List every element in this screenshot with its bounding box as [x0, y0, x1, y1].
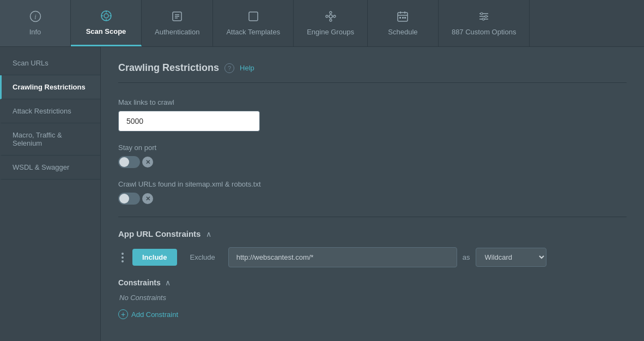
app-url-constraints-title: App URL Constraints	[118, 229, 201, 238]
exclude-button[interactable]: Exclude	[183, 249, 223, 266]
svg-rect-12	[249, 12, 258, 21]
tab-schedule-label: Schedule	[388, 28, 417, 36]
max-links-field-group: Max links to crawl	[118, 98, 627, 131]
sidebar-item-macro-traffic[interactable]: Macro, Traffic & Selenium	[0, 123, 100, 155]
tab-attack-templates-label: Attack Templates	[226, 28, 280, 36]
as-label: as	[463, 253, 470, 261]
svg-rect-22	[399, 17, 401, 19]
app-url-constraints-chevron[interactable]: ∧	[206, 230, 211, 238]
tab-attack-templates[interactable]: Attack Templates	[213, 0, 294, 46]
svg-point-28	[481, 13, 483, 15]
wildcard-select[interactable]: Wildcard Regex Exact	[476, 248, 546, 267]
engine-groups-icon	[325, 10, 337, 25]
main-layout: Scan URLs Crawling Restrictions Attack R…	[0, 47, 644, 341]
stay-on-port-group: Stay on port ✕	[118, 143, 627, 168]
app-url-constraints-header: App URL Constraints ∧	[118, 229, 627, 238]
sidebar: Scan URLs Crawling Restrictions Attack R…	[0, 47, 101, 341]
sidebar-item-scan-urls[interactable]: Scan URLs	[0, 51, 100, 75]
no-constraints-text: No Constraints	[119, 294, 627, 302]
help-link[interactable]: Help	[240, 64, 254, 72]
help-icon[interactable]: ?	[224, 63, 234, 73]
max-links-label: Max links to crawl	[118, 98, 627, 106]
toggle-knob-2	[119, 194, 129, 204]
attack-templates-icon	[247, 10, 259, 25]
max-links-input[interactable]	[118, 111, 260, 131]
custom-options-icon	[478, 10, 490, 25]
toggle-knob	[119, 157, 129, 167]
crawl-urls-group: Crawl URLs found in sitemap.xml & robots…	[118, 180, 627, 205]
tab-authentication[interactable]: Authentication	[142, 0, 213, 46]
include-button[interactable]: Include	[132, 249, 177, 266]
content-area: Crawling Restrictions ? Help Max links t…	[101, 47, 644, 341]
plus-circle-icon: +	[118, 309, 128, 319]
crawl-urls-toggle-container: ✕	[118, 193, 627, 205]
section-divider	[118, 217, 627, 217]
tab-authentication-label: Authentication	[155, 28, 199, 36]
svg-point-3	[104, 14, 108, 18]
tab-engine-groups-label: Engine Groups	[307, 28, 354, 36]
svg-text:i: i	[34, 13, 36, 21]
sidebar-item-crawling-restrictions[interactable]: Crawling Restrictions	[0, 75, 100, 99]
url-row: Include Exclude as Wildcard Regex Exact	[118, 247, 627, 267]
top-nav: i Info Scan Scope Authenti	[0, 0, 644, 47]
stay-on-port-toggle-x[interactable]: ✕	[142, 157, 153, 167]
tab-info[interactable]: i Info	[0, 0, 71, 46]
svg-point-30	[482, 18, 484, 20]
add-constraint-button[interactable]: + Add Constraint	[118, 309, 178, 319]
url-input[interactable]	[228, 247, 457, 267]
tab-schedule[interactable]: Schedule	[368, 0, 439, 46]
constraints-chevron[interactable]: ∧	[165, 278, 171, 287]
svg-rect-24	[404, 17, 406, 19]
scan-scope-icon	[100, 10, 112, 24]
stay-on-port-toggle[interactable]	[118, 156, 140, 168]
crawl-urls-label: Crawl URLs found in sitemap.xml & robots…	[118, 180, 627, 188]
constraints-sub-header: Constraints ∧	[118, 278, 627, 287]
tab-custom-options-label: 887 Custom Options	[452, 28, 517, 36]
stay-on-port-toggle-container: ✕	[118, 156, 627, 168]
crawl-urls-toggle-x[interactable]: ✕	[142, 193, 153, 204]
authentication-icon	[171, 10, 183, 25]
svg-point-13	[329, 15, 332, 18]
svg-point-14	[330, 11, 332, 14]
svg-rect-23	[402, 17, 404, 19]
add-constraint-label: Add Constraint	[131, 310, 178, 319]
svg-point-16	[326, 15, 328, 17]
section-title: Crawling Restrictions	[118, 62, 219, 74]
tab-custom-options[interactable]: 887 Custom Options	[439, 0, 530, 46]
tab-scan-scope[interactable]: Scan Scope	[71, 0, 142, 46]
tab-engine-groups[interactable]: Engine Groups	[294, 0, 368, 46]
svg-point-29	[485, 15, 487, 17]
sidebar-item-attack-restrictions[interactable]: Attack Restrictions	[0, 99, 100, 123]
svg-point-17	[333, 15, 336, 17]
schedule-icon	[397, 10, 409, 25]
tab-info-label: Info	[29, 28, 41, 36]
constraints-sub-title: Constraints	[118, 278, 161, 287]
sidebar-item-wsdl-swagger[interactable]: WSDL & Swagger	[0, 155, 100, 180]
tab-scan-scope-label: Scan Scope	[86, 27, 126, 35]
section-header: Crawling Restrictions ? Help	[118, 62, 627, 83]
info-icon: i	[29, 10, 41, 25]
svg-point-15	[330, 19, 332, 21]
crawl-urls-toggle[interactable]	[118, 193, 140, 205]
stay-on-port-label: Stay on port	[118, 143, 627, 152]
drag-handle[interactable]	[118, 250, 127, 265]
